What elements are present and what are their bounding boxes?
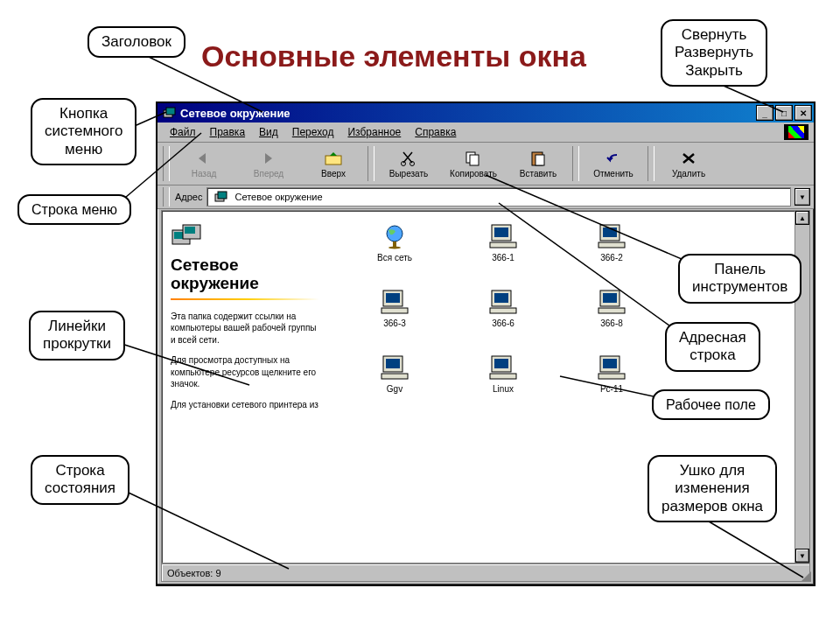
svg-rect-22: [603, 228, 617, 237]
copy-button[interactable]: Копировать: [441, 144, 506, 183]
copy-icon: [464, 150, 483, 167]
menu-view[interactable]: Вид: [252, 124, 285, 140]
svg-rect-32: [598, 308, 625, 313]
address-dropdown-button[interactable]: ▼: [794, 188, 810, 206]
computer-icon: [488, 289, 518, 315]
menu-go[interactable]: Переход: [285, 124, 341, 140]
svg-rect-38: [490, 374, 516, 379]
system-menu-icon[interactable]: [163, 107, 177, 119]
forward-button[interactable]: Вперед: [236, 144, 301, 183]
computer-icon: [597, 354, 626, 381]
svg-rect-37: [494, 359, 508, 368]
window-title: Сетевое окружение: [180, 107, 756, 120]
callout-resize: Ушко для изменения размеров окна: [648, 455, 777, 522]
resize-grip[interactable]: [799, 570, 811, 582]
network-places-large-icon: [171, 221, 202, 249]
item-pc[interactable]: 366-2: [584, 223, 640, 262]
close-button[interactable]: ✕: [794, 105, 812, 121]
scissors-icon: [399, 150, 418, 167]
computer-icon: [380, 289, 410, 315]
callout-window-controls: Свернуть Развернуть Закрыть: [661, 19, 767, 87]
svg-rect-35: [382, 374, 408, 379]
folder-up-icon: [324, 150, 343, 167]
maximize-button[interactable]: □: [775, 105, 793, 121]
svg-rect-8: [536, 155, 544, 165]
svg-point-15: [387, 226, 402, 242]
panel-heading: Сетевое окружение: [171, 256, 319, 293]
panel-text-2: Для просмотра доступных на компьютере ре…: [171, 354, 319, 390]
svg-rect-20: [490, 242, 516, 248]
computer-icon: [488, 223, 518, 249]
callout-toolbar: Панель инструментов: [678, 254, 802, 304]
panel-text-3: Для установки сетевого принтера из: [171, 399, 319, 411]
info-panel: Сетевое окружение Эта папка содержит ссы…: [162, 211, 328, 563]
page-title: Основные элементы окна: [201, 39, 586, 74]
item-pc[interactable]: 366-6: [475, 289, 531, 328]
callout-title: Заголовок: [88, 26, 186, 58]
menu-edit[interactable]: Правка: [203, 124, 253, 140]
address-value: Сетевое окружение: [235, 192, 323, 202]
undo-icon: [604, 150, 623, 167]
menu-file[interactable]: Файл: [163, 124, 203, 140]
statusbar: Объектов: 9: [161, 564, 810, 582]
callout-workarea: Рабочее поле: [652, 389, 770, 420]
minimize-button[interactable]: _: [756, 105, 774, 121]
svg-rect-29: [490, 308, 516, 313]
panel-text-1: Эта папка содержит ссылки на компьютеры …: [171, 311, 319, 346]
item-pc[interactable]: 366-3: [367, 289, 423, 328]
svg-rect-14: [185, 227, 195, 234]
svg-rect-6: [470, 155, 479, 165]
undo-button[interactable]: Отменить: [581, 144, 646, 183]
item-pc[interactable]: 366-8: [584, 289, 640, 328]
address-label: Адрес: [175, 192, 203, 202]
back-arrow-icon: [194, 150, 214, 167]
item-pc[interactable]: 366-1: [475, 223, 531, 262]
cut-button[interactable]: Вырезать: [376, 144, 441, 183]
svg-rect-16: [393, 242, 396, 247]
svg-rect-19: [494, 228, 508, 237]
computer-icon: [597, 223, 626, 249]
svg-rect-31: [603, 293, 617, 303]
svg-rect-25: [386, 293, 400, 303]
item-pc[interactable]: Linux: [475, 354, 531, 394]
titlebar[interactable]: Сетевое окружение _ □ ✕: [158, 103, 814, 122]
svg-rect-41: [598, 374, 625, 379]
svg-rect-34: [386, 359, 400, 368]
globe-icon: [382, 223, 408, 249]
scroll-down-button[interactable]: ▼: [795, 549, 809, 563]
paste-button[interactable]: Вставить: [506, 144, 570, 183]
delete-button[interactable]: Удалить: [656, 144, 721, 183]
status-text: Объектов: 9: [167, 568, 221, 578]
svg-rect-40: [603, 359, 617, 368]
computer-icon: [488, 354, 518, 381]
menu-help[interactable]: Справка: [408, 124, 463, 140]
menubar: Файл Правка Вид Переход Избранное Справк…: [158, 122, 814, 143]
callout-system-menu: Кнопка системного меню: [31, 98, 136, 165]
scroll-up-button[interactable]: ▲: [795, 211, 809, 225]
windows-logo-icon: [784, 124, 808, 140]
svg-rect-26: [382, 308, 408, 313]
svg-rect-28: [494, 293, 508, 303]
item-pc[interactable]: Ggv: [367, 354, 423, 394]
computer-icon: [380, 354, 410, 381]
item-pc[interactable]: Pc-11: [584, 354, 640, 394]
delete-icon: [679, 150, 698, 167]
callout-addressbar: Адресная строка: [665, 322, 760, 372]
svg-rect-10: [218, 192, 227, 199]
svg-rect-23: [598, 242, 625, 248]
address-field[interactable]: Сетевое окружение: [206, 187, 792, 206]
network-places-icon: [214, 191, 228, 203]
back-button[interactable]: Назад: [172, 144, 236, 183]
forward-arrow-icon: [259, 150, 278, 167]
svg-rect-2: [326, 156, 341, 164]
addressbar: Адрес Сетевое окружение ▼: [158, 186, 814, 209]
item-whole-network[interactable]: Вся сеть: [367, 223, 423, 262]
clipboard-icon: [528, 150, 548, 167]
up-button[interactable]: Вверх: [301, 144, 366, 183]
svg-rect-1: [166, 108, 175, 115]
menu-favorites[interactable]: Избранное: [340, 124, 408, 140]
callout-statusbar: Строка состояния: [31, 455, 130, 505]
svg-point-17: [388, 247, 401, 249]
callout-scrollbars: Линейки прокрутки: [29, 311, 125, 360]
callout-menubar: Строка меню: [18, 194, 131, 225]
